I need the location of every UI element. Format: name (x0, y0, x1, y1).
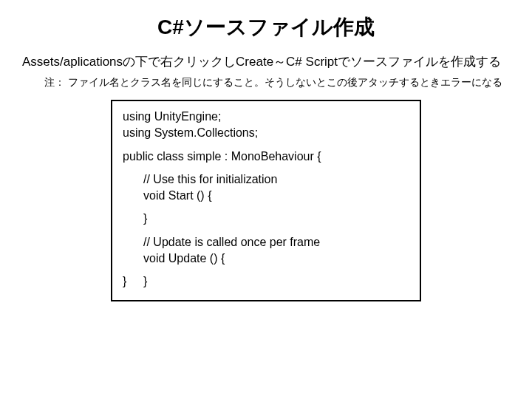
code-line: public class simple : MonoBehaviour { (123, 149, 409, 165)
note-paragraph: 注： ファイル名とクラス名を同じにすること。そうしないとこの後アタッチするときエ… (44, 75, 510, 90)
code-line: } (143, 211, 409, 227)
code-line: // Update is called once per frame (143, 234, 409, 250)
code-line: } (143, 273, 147, 290)
code-line: void Start () { (143, 188, 409, 204)
code-box: using UnityEngine; using System.Collecti… (111, 100, 421, 301)
code-line: // Use this for initialization (143, 171, 409, 188)
code-line: void Update () { (143, 250, 409, 267)
code-line: using UnityEngine; (123, 109, 409, 125)
slide: C#ソースファイル作成 Assets/aplicationsの下で右クリックしC… (0, 0, 532, 399)
slide-title: C#ソースファイル作成 (22, 13, 510, 41)
instruction-paragraph: Assets/aplicationsの下で右クリックしCreate～C# Scr… (22, 53, 510, 71)
code-line: } (123, 273, 143, 290)
code-line: using System.Collections; (123, 125, 409, 141)
